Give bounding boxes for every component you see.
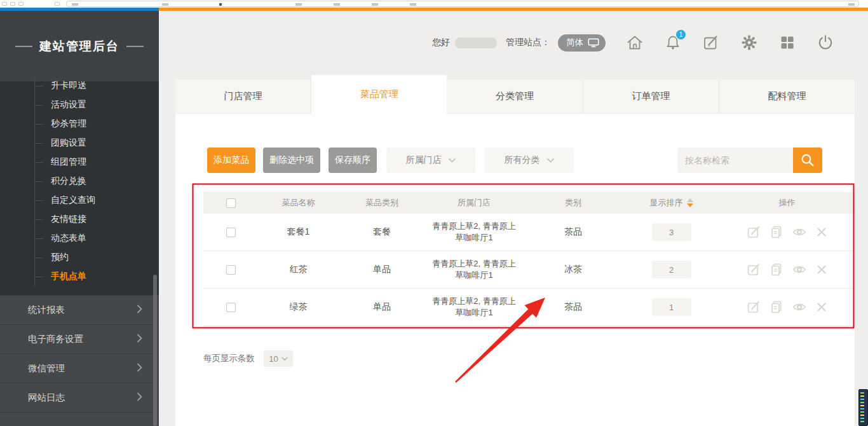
edit-icon[interactable] bbox=[747, 263, 761, 277]
order-input[interactable]: 2 bbox=[652, 261, 691, 278]
browser-control[interactable] bbox=[10, 2, 15, 6]
sidebar-item-group-buy[interactable]: 团购设置 bbox=[0, 134, 159, 153]
monitor-icon bbox=[588, 38, 599, 48]
edit-icon[interactable] bbox=[747, 225, 761, 239]
view-icon[interactable] bbox=[792, 225, 806, 239]
app-title-text: 建站管理后台 bbox=[39, 38, 119, 55]
home-button[interactable] bbox=[626, 34, 644, 52]
tab-order-management[interactable]: 订单管理 bbox=[583, 79, 719, 114]
search-button[interactable] bbox=[793, 148, 822, 173]
store-filter-dropdown[interactable]: 所属门店 bbox=[386, 148, 475, 173]
chevron-down-icon bbox=[546, 158, 555, 163]
notifications-button[interactable]: 1 bbox=[664, 34, 682, 52]
sidebar-item-group-manage[interactable]: 组团管理 bbox=[0, 153, 159, 172]
dish-category: 茶品 bbox=[523, 226, 623, 238]
sidebar-group-statistics[interactable]: 统计报表 bbox=[0, 295, 159, 324]
sidebar-item-activity-settings[interactable]: 活动设置 bbox=[0, 95, 159, 114]
sidebar-filler bbox=[0, 412, 159, 426]
dish-type: 单品 bbox=[339, 301, 425, 313]
sidebar-item-reservation[interactable]: 预约 bbox=[0, 248, 159, 267]
tab-ingredient-management[interactable]: 配料管理 bbox=[719, 79, 855, 114]
table-header-row: 菜品名称 菜品类别 所属门店 类别 显示排序 操作 bbox=[203, 192, 855, 214]
select-all-checkbox[interactable] bbox=[226, 198, 236, 208]
dish-type: 套餐 bbox=[339, 226, 425, 238]
save-order-button[interactable]: 保存顺序 bbox=[329, 148, 377, 173]
col-actions: 操作 bbox=[719, 197, 855, 209]
delete-icon[interactable] bbox=[815, 263, 828, 276]
language-pill[interactable]: 简体 bbox=[558, 34, 606, 52]
tab-dish-management[interactable]: 菜品管理 bbox=[311, 75, 447, 114]
sidebar-item-points-exchange[interactable]: 积分兑换 bbox=[0, 172, 159, 191]
view-icon[interactable] bbox=[792, 263, 806, 277]
grid-icon bbox=[778, 34, 796, 52]
delete-icon[interactable] bbox=[815, 226, 828, 238]
content-panel: 添加菜品 删除选中项 保存顺序 所属门店 所有分类 菜品名称 菜品类别 所属门店 bbox=[175, 114, 855, 426]
sidebar-item-dynamic-form[interactable]: 动态表单 bbox=[0, 229, 159, 248]
site-label: 管理站点： bbox=[506, 37, 550, 48]
user-name-redacted bbox=[455, 38, 497, 48]
col-dish-name: 菜品名称 bbox=[258, 197, 339, 209]
logout-button[interactable] bbox=[817, 34, 834, 52]
browser-control[interactable] bbox=[18, 2, 24, 6]
minimap-markers bbox=[860, 392, 864, 424]
row-checkbox[interactable] bbox=[226, 228, 236, 237]
delete-icon[interactable] bbox=[815, 301, 828, 313]
search-input[interactable] bbox=[677, 148, 793, 173]
browser-chrome bbox=[0, 0, 868, 8]
page-size-select[interactable]: 10 bbox=[264, 350, 293, 367]
tab-store-management[interactable]: 门店管理 bbox=[175, 79, 311, 114]
pagination: 每页显示条数 10 bbox=[203, 350, 293, 367]
sort-desc-icon[interactable] bbox=[687, 203, 693, 207]
search-icon bbox=[800, 153, 815, 168]
copy-icon[interactable] bbox=[770, 300, 783, 314]
row-actions bbox=[719, 225, 855, 239]
chevron-right-icon bbox=[137, 333, 142, 345]
sidebar-group-wechat[interactable]: 微信管理 bbox=[0, 354, 159, 383]
sidebar-group-ecommerce[interactable]: 电子商务设置 bbox=[0, 324, 159, 354]
sidebar-item-upgrade-gift[interactable]: 升卡即送 bbox=[0, 76, 159, 95]
sidebar-group-site-log[interactable]: 网站日志 bbox=[0, 383, 159, 412]
table-row: 绿茶 单品 青青原上草2, 青青原上草咖啡厅1 茶品 1 bbox=[203, 289, 855, 326]
tab-bar: 门店管理 菜品管理 分类管理 订单管理 配料管理 bbox=[175, 79, 855, 114]
row-checkbox[interactable] bbox=[226, 303, 236, 312]
header-bar: 您好 管理站点： 简体 1 bbox=[432, 30, 834, 55]
page-size-label: 每页显示条数 bbox=[203, 353, 255, 364]
category-filter-dropdown[interactable]: 所有分类 bbox=[485, 148, 574, 173]
row-actions bbox=[719, 300, 855, 314]
power-icon bbox=[817, 34, 834, 52]
copy-icon[interactable] bbox=[770, 225, 783, 239]
browser-address-bar[interactable] bbox=[66, 1, 859, 7]
col-dish-type: 菜品类别 bbox=[339, 197, 425, 209]
row-checkbox[interactable] bbox=[226, 265, 236, 275]
view-icon[interactable] bbox=[792, 300, 806, 314]
chevron-down-icon bbox=[448, 158, 456, 163]
sidebar-item-flash-sale[interactable]: 秒杀管理 bbox=[0, 114, 159, 134]
chevron-right-icon bbox=[137, 304, 142, 316]
gear-icon bbox=[740, 34, 758, 52]
sidebar-item-friend-links[interactable]: 友情链接 bbox=[0, 210, 159, 229]
settings-button[interactable] bbox=[740, 34, 758, 52]
col-category: 类别 bbox=[523, 197, 623, 209]
compose-button[interactable] bbox=[702, 34, 720, 52]
dish-stores: 青青原上草2, 青青原上草咖啡厅1 bbox=[425, 296, 523, 319]
apps-button[interactable] bbox=[778, 34, 796, 52]
browser-control[interactable] bbox=[2, 2, 7, 6]
sidebar-item-mobile-ordering[interactable]: 手机点单 bbox=[0, 267, 159, 286]
dish-category: 茶品 bbox=[523, 301, 623, 313]
tab-category-management[interactable]: 分类管理 bbox=[447, 79, 583, 114]
sort-control[interactable] bbox=[687, 198, 693, 207]
delete-selected-button[interactable]: 删除选中项 bbox=[263, 148, 320, 173]
copy-icon[interactable] bbox=[770, 263, 783, 277]
table-row: 红茶 单品 青青原上草2, 青青原上草咖啡厅1 冰茶 2 bbox=[203, 251, 855, 289]
notification-badge: 1 bbox=[676, 30, 686, 39]
edit-icon[interactable] bbox=[747, 300, 761, 314]
col-display-order[interactable]: 显示排序 bbox=[623, 197, 719, 209]
order-input[interactable]: 1 bbox=[652, 298, 691, 316]
sidebar-scrollbar[interactable] bbox=[153, 275, 157, 426]
scrollbar-minimap[interactable] bbox=[858, 389, 868, 426]
add-dish-button[interactable]: 添加菜品 bbox=[207, 148, 255, 173]
browser-control[interactable] bbox=[55, 2, 60, 6]
order-input[interactable]: 3 bbox=[652, 223, 691, 241]
sort-asc-icon[interactable] bbox=[687, 198, 693, 202]
sidebar-item-custom-query[interactable]: 自定义查询 bbox=[0, 191, 159, 210]
